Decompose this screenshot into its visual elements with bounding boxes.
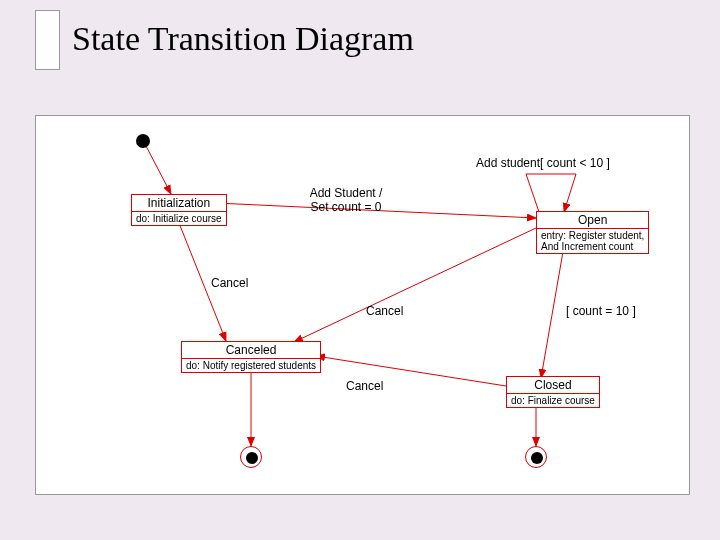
open-detail-line2: And Increment count bbox=[541, 241, 644, 252]
svg-line-3 bbox=[294, 228, 536, 342]
state-closed: Closed do: Finalize course bbox=[506, 376, 600, 408]
state-detail: do: Finalize course bbox=[506, 394, 600, 408]
svg-line-4 bbox=[541, 246, 564, 378]
final-dot-icon bbox=[531, 452, 543, 464]
final-state-1 bbox=[240, 446, 262, 468]
state-name: Initialization bbox=[131, 194, 227, 212]
svg-line-5 bbox=[316, 356, 506, 386]
svg-line-0 bbox=[145, 144, 171, 194]
state-detail: do: Notify registered students bbox=[181, 359, 321, 373]
state-initialization: Initialization do: Initialize course bbox=[131, 194, 227, 226]
page-title: State Transition Diagram bbox=[72, 20, 414, 58]
final-state-2 bbox=[525, 446, 547, 468]
transition-label-add-student-guard: Add student[ count < 10 ] bbox=[476, 156, 610, 170]
slide-notch bbox=[35, 10, 60, 70]
state-canceled: Canceled do: Notify registered students bbox=[181, 341, 321, 373]
open-detail-line1: entry: Register student, bbox=[541, 230, 644, 241]
transition-label-add-student: Add Student / Set count = 0 bbox=[291, 186, 401, 214]
state-open: Open entry: Register student, And Increm… bbox=[536, 211, 649, 254]
state-name: Open bbox=[536, 211, 649, 229]
final-dot-icon bbox=[246, 452, 258, 464]
state-name: Canceled bbox=[181, 341, 321, 359]
diagram-canvas: Initialization do: Initialize course Add… bbox=[35, 115, 690, 495]
state-name: Closed bbox=[506, 376, 600, 394]
state-detail: do: Initialize course bbox=[131, 212, 227, 226]
transition-label-cancel-1: Cancel bbox=[211, 276, 248, 290]
transition-label-count-10: [ count = 10 ] bbox=[566, 304, 636, 318]
transition-label-cancel-2: Cancel bbox=[366, 304, 403, 318]
initial-state-dot bbox=[136, 134, 150, 148]
transition-label-cancel-3: Cancel bbox=[346, 379, 383, 393]
state-detail: entry: Register student, And Increment c… bbox=[536, 229, 649, 254]
